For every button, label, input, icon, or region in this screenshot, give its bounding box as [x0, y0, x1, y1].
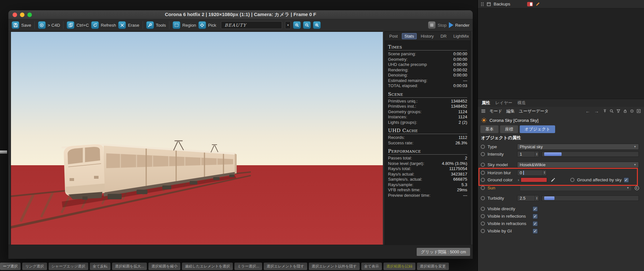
filter-icon[interactable]: [616, 109, 620, 113]
ground-affected-checkbox[interactable]: ✓: [624, 177, 629, 183]
stop-button[interactable]: Stop: [428, 21, 447, 29]
expand-arrow-icon[interactable]: ›: [518, 178, 519, 182]
eyedropper-icon[interactable]: [550, 177, 555, 183]
visibility-checkbox[interactable]: ✓: [533, 221, 538, 226]
selection-tool-button[interactable]: 連続したエレメントを選択: [182, 263, 233, 270]
stats-tab-history[interactable]: History: [418, 33, 436, 39]
lock-icon[interactable]: [623, 109, 627, 113]
fullscreen-button[interactable]: [27, 13, 32, 17]
selection-tool-button[interactable]: ープ選択: [0, 263, 21, 270]
copy-button[interactable]: Ctrl+C: [67, 21, 89, 29]
keyframe-dot[interactable]: [481, 221, 485, 226]
close-button[interactable]: [13, 13, 17, 17]
keyframe-dot[interactable]: [481, 207, 485, 211]
intensity-slider[interactable]: [542, 151, 639, 157]
stats-tab-stats[interactable]: Stats: [402, 33, 417, 39]
sun-link-field[interactable]: ▼: [520, 185, 632, 191]
stats-tab-post[interactable]: Post: [387, 33, 400, 39]
send-to-c4d-button[interactable]: > C4D: [38, 21, 60, 29]
render-pass-select[interactable]: BEAUTY: [221, 21, 282, 29]
stats-tab-lightmix[interactable]: LightMix: [451, 33, 471, 39]
save-button[interactable]: Save: [12, 21, 31, 29]
stats-row: Primitives inst.:1348452: [388, 104, 467, 109]
tools-button[interactable]: Tools: [146, 21, 166, 29]
minimize-button[interactable]: [20, 13, 24, 17]
refresh-button[interactable]: Refresh: [91, 21, 116, 29]
stepper-arrows[interactable]: ▲▼: [542, 170, 546, 176]
track-circle-icon[interactable]: [630, 109, 634, 113]
selection-tool-button[interactable]: 全て反転: [90, 263, 110, 270]
parent-up-icon[interactable]: [603, 109, 607, 113]
zoom-out-icon[interactable]: [303, 21, 311, 29]
back-arrow-icon[interactable]: ←: [585, 108, 590, 114]
selection-tool-button[interactable]: 選択範囲を拡大...: [112, 263, 147, 270]
keyframe-dot[interactable]: [481, 214, 485, 218]
forward-arrow-icon[interactable]: →: [594, 108, 599, 114]
zoom-in-icon[interactable]: [293, 21, 301, 29]
render-viewport[interactable]: [11, 32, 383, 245]
stats-tab-dr[interactable]: DR: [438, 33, 449, 39]
selection-tool-button[interactable]: ミラー選択...: [234, 263, 262, 270]
pick-label: Pick: [208, 23, 216, 28]
keyframe-dot[interactable]: [570, 178, 574, 182]
titlebar[interactable]: Corona 6 hotfix 2 | 1920×1080px (1:1) | …: [8, 10, 473, 19]
visibility-checkbox[interactable]: ✓: [533, 214, 538, 219]
slider-handle[interactable]: [544, 196, 554, 200]
intensity-input[interactable]: 1 ▲▼: [517, 151, 539, 157]
edit-pencil-icon[interactable]: [535, 2, 540, 6]
attribute-manager-tab[interactable]: 構造: [517, 100, 526, 106]
selection-tool-button[interactable]: 選択エレメントを隠す: [264, 263, 307, 270]
keyframe-dot[interactable]: [481, 178, 485, 182]
layer-color-chip[interactable]: [527, 2, 533, 6]
keyframe-dot[interactable]: [481, 171, 485, 175]
keyframe-dot[interactable]: [481, 186, 485, 190]
attribute-menu-item[interactable]: 編集: [507, 108, 515, 114]
object-tab[interactable]: 座標: [500, 125, 518, 133]
type-dropdown[interactable]: Physical sky ▼: [517, 144, 639, 150]
zoom-fit-icon[interactable]: [313, 21, 321, 29]
object-manager-row[interactable]: Backups: [478, 0, 644, 8]
send-to-c4d-label: > C4D: [48, 23, 60, 28]
null-object-icon: [487, 2, 491, 6]
horizon-blur-input[interactable]: 0 ▲▼: [517, 170, 547, 176]
selection-tool-button[interactable]: 選択範囲を縮小: [148, 263, 180, 270]
render-pass-dropdown-arrow[interactable]: ▼: [285, 21, 291, 29]
slider-handle[interactable]: [544, 152, 562, 156]
visibility-label: Visible in reflections: [488, 214, 531, 219]
turbidity-input[interactable]: 2.5 ▲▼: [517, 195, 539, 201]
selected-object-row[interactable]: Corona Sky [Corona Sky]: [478, 115, 644, 125]
stepper-arrows[interactable]: ▲▼: [535, 151, 539, 157]
keyframe-dot[interactable]: [481, 145, 485, 149]
hamburger-icon[interactable]: [481, 109, 486, 113]
attribute-menu-item[interactable]: ユーザーデータ: [519, 108, 549, 114]
sky-model-dropdown[interactable]: Hosek&Wilkie ▼: [517, 162, 639, 168]
visibility-checkbox[interactable]: ✓: [533, 229, 538, 234]
add-panel-icon[interactable]: [637, 109, 641, 113]
erase-button[interactable]: Erase: [118, 21, 139, 29]
keyframe-dot[interactable]: [481, 229, 485, 233]
attribute-manager-tab[interactable]: 属性: [482, 100, 490, 106]
object-name[interactable]: Backups: [494, 2, 510, 6]
object-tab[interactable]: オブジェクト: [520, 125, 555, 133]
selection-tool-button[interactable]: リング選択: [22, 263, 47, 270]
selection-tool-button[interactable]: 選択範囲を変更: [417, 263, 449, 270]
selection-tool-button[interactable]: 全て表示: [361, 263, 382, 270]
keyframe-dot[interactable]: [481, 152, 485, 156]
selection-tool-button[interactable]: 選択範囲を記録: [384, 263, 415, 270]
visibility-checkbox[interactable]: ✓: [533, 206, 538, 212]
attribute-menu-item[interactable]: モード: [489, 108, 502, 114]
ground-color-swatch[interactable]: [521, 177, 547, 182]
object-tab[interactable]: 基本: [480, 125, 498, 133]
keyframe-dot[interactable]: [481, 163, 485, 167]
stepper-arrows[interactable]: ▲▼: [535, 195, 539, 201]
selection-tool-button[interactable]: シャープエッジ選択: [49, 263, 88, 270]
object-link-icon[interactable]: [634, 185, 639, 191]
keyframe-dot[interactable]: [481, 196, 485, 200]
turbidity-slider[interactable]: [542, 195, 639, 201]
attribute-manager-tab[interactable]: レイヤー: [495, 100, 512, 106]
pick-button[interactable]: Pick: [198, 21, 216, 29]
render-button[interactable]: Render: [449, 22, 469, 28]
selection-tool-button[interactable]: 選択エレメント以外を隠す: [309, 263, 360, 270]
search-icon[interactable]: [610, 109, 614, 113]
region-button[interactable]: Region: [173, 21, 196, 29]
